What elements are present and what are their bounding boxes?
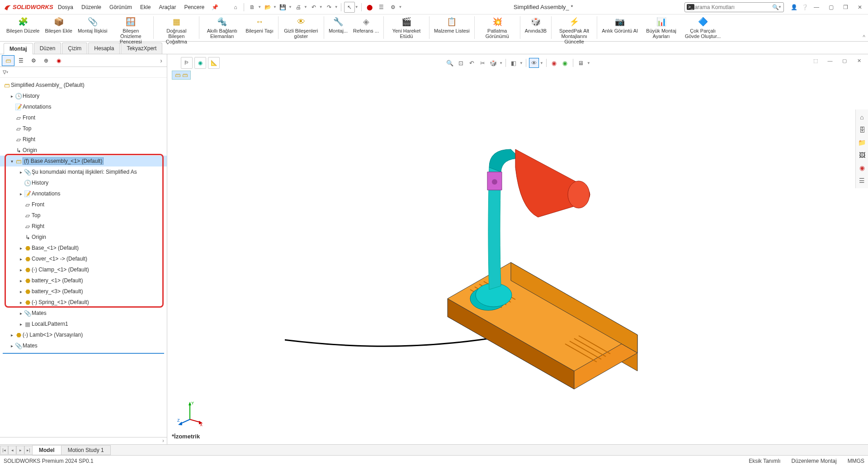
search-input[interactable] xyxy=(694,4,772,10)
pin-icon[interactable]: 📌 xyxy=(209,2,221,12)
save-icon[interactable]: 💾 xyxy=(278,2,288,13)
chevron-down-icon[interactable]: ▼ xyxy=(273,5,277,9)
tree-local-pattern[interactable]: ▸▦LocalLPattern1 xyxy=(0,319,167,329)
zoom-area-icon[interactable]: ⊡ xyxy=(456,58,466,68)
view-palette-icon[interactable]: 🖼 xyxy=(857,149,867,161)
bottom-tab-model[interactable]: Model xyxy=(32,445,61,455)
doc-float-button[interactable]: ⬚ xyxy=(809,55,822,66)
status-edit-mode[interactable]: Düzenleme Montaj xyxy=(792,458,837,464)
minimize-button[interactable]: — xyxy=(810,2,823,13)
view-settings-icon[interactable]: 🖥 xyxy=(576,58,586,68)
restore-button[interactable]: ❐ xyxy=(839,2,852,13)
options-list-icon[interactable]: ☰ xyxy=(376,2,387,13)
redo-icon[interactable]: ↷ xyxy=(324,2,335,13)
tree-front-plane[interactable]: ▱Front xyxy=(0,112,167,123)
tree-filter[interactable]: ∇▾ xyxy=(0,67,167,78)
ribbon-instant3d[interactable]: 🎲Anında3B xyxy=(522,16,549,33)
tab-assembly[interactable]: Montaj xyxy=(4,43,33,54)
tree-part-spring[interactable]: ▸⬣(-) Spring_<1> (Default) xyxy=(0,297,167,308)
menu-tools[interactable]: Araçlar xyxy=(155,2,179,12)
search-box[interactable]: >_ 🔍 ▼ xyxy=(684,2,784,12)
home-icon[interactable]: ⌂ xyxy=(230,2,241,13)
flag-icon[interactable]: 🏳 xyxy=(181,57,193,69)
ribbon-assembly-features[interactable]: 🔧Montaj... xyxy=(326,16,350,33)
appearances-pane-icon[interactable]: ◉ xyxy=(857,162,867,174)
expand-icon[interactable]: ▸ xyxy=(18,246,24,251)
tree-part-base[interactable]: ▸⬣Base_<1> (Default) xyxy=(0,243,167,253)
ribbon-reference-geometry[interactable]: ◈Referans ... xyxy=(350,16,382,33)
zoom-fit-icon[interactable]: 🔍 xyxy=(445,58,455,68)
tab-layout[interactable]: Düzen xyxy=(34,43,61,54)
assembly-icon[interactable]: 🗃 xyxy=(175,72,180,78)
chevron-down-icon[interactable]: ▼ xyxy=(778,5,782,9)
ribbon-exploded-view[interactable]: 💥Patlatma Görünümü xyxy=(476,16,518,39)
ribbon-mate[interactable]: 📎Montaj İlişkisi xyxy=(75,16,110,33)
tree-part-battery3[interactable]: ▸⬣battery_<3> (Default) xyxy=(0,286,167,297)
property-manager-tab[interactable]: ☰ xyxy=(14,55,27,66)
expand-icon[interactable]: ▸ xyxy=(18,322,24,327)
scene-icon[interactable]: ◉ xyxy=(560,58,570,68)
undo-icon[interactable]: ↶ xyxy=(308,2,319,13)
expand-icon[interactable]: ▸ xyxy=(18,289,24,294)
ribbon-speedpak[interactable]: ⚡SpeedPak Alt Montajlarını Güncelle xyxy=(553,16,595,44)
chevron-down-icon[interactable]: ▼ xyxy=(258,5,261,9)
tab-first-icon[interactable]: |◂ xyxy=(0,446,8,455)
expand-icon[interactable]: ▸ xyxy=(18,170,24,175)
menu-file[interactable]: Dosya xyxy=(54,2,77,12)
expand-icon[interactable]: ▸ xyxy=(9,333,14,338)
tree-part-lamb[interactable]: ▸⬣(-) Lamb<1> (Varsayılan) xyxy=(0,329,167,340)
status-under-defined[interactable]: Eksik Tanımlı xyxy=(749,458,780,464)
tree-part-clamp[interactable]: ▸⬣(-) Clamp_<1> (Default) xyxy=(0,264,167,275)
tree-annotations[interactable]: 📝Annotations xyxy=(0,101,167,112)
tab-last-icon[interactable]: ▸| xyxy=(24,446,33,455)
select-icon[interactable]: ↖ xyxy=(344,2,355,13)
expand-icon[interactable]: ▸ xyxy=(18,267,24,272)
tree-sub-front[interactable]: ▱Front xyxy=(0,199,167,210)
bottom-tab-motion[interactable]: Motion Study 1 xyxy=(61,445,111,455)
tree-mates-top[interactable]: ▸📎Mates xyxy=(0,340,167,351)
user-icon[interactable]: 👤 xyxy=(788,2,799,13)
measure-icon[interactable]: 📐 xyxy=(208,57,220,69)
expand-icon[interactable]: ▸ xyxy=(18,300,24,305)
tree-sub-annotations[interactable]: ▸📝Annotations xyxy=(0,188,167,199)
ribbon-insert-component[interactable]: 📦Bileşen Ekle xyxy=(42,16,75,33)
dimxpert-tab[interactable]: ⊕ xyxy=(40,55,52,66)
tree-rollback-bar[interactable] xyxy=(3,353,164,354)
tree-sub-right[interactable]: ▱Right xyxy=(0,221,167,232)
ribbon-edit-component[interactable]: 🧩Bileşen Düzele xyxy=(4,16,42,33)
rebuild-icon[interactable]: ⬤ xyxy=(364,2,375,13)
ribbon-linear-pattern[interactable]: ▦Doğrusal Bileşen Çoğaltma xyxy=(156,16,197,44)
menu-insert[interactable]: Ekle xyxy=(137,2,154,12)
expand-icon[interactable]: ▸ xyxy=(18,278,24,283)
menu-window[interactable]: Pencere xyxy=(180,2,208,12)
tree-right-plane[interactable]: ▱Right xyxy=(0,134,167,145)
status-units[interactable]: MMGS xyxy=(848,458,864,464)
orientation-triad[interactable]: Y X Z xyxy=(176,399,203,426)
tree-root[interactable]: 🗃Simplified Assembly_ (Default) xyxy=(0,80,167,90)
display-tab[interactable]: ◉ xyxy=(52,55,65,66)
new-icon[interactable]: 🗎 xyxy=(247,2,258,13)
tab-prev-icon[interactable]: ◂ xyxy=(8,446,16,455)
view-orientation-icon[interactable]: 🎲 xyxy=(488,58,498,68)
tree-sub-history[interactable]: 🕓History xyxy=(0,177,167,188)
ribbon-preview-window[interactable]: 🪟Bileşen Önizleme Penceresi xyxy=(110,16,151,44)
tree-origin[interactable]: ↳Origin xyxy=(0,145,167,156)
design-library-icon[interactable]: 🗄 xyxy=(857,124,867,136)
ribbon-snapshot[interactable]: 📷Anlık Görüntü Al xyxy=(599,16,641,33)
tree-scrollbar[interactable]: › xyxy=(0,437,167,444)
tree-sub-top[interactable]: ▱Top xyxy=(0,210,167,221)
configuration-tab[interactable]: ⚙ xyxy=(27,55,40,66)
doc-close-button[interactable]: ✕ xyxy=(853,55,865,66)
chevron-down-icon[interactable]: ▼ xyxy=(335,5,338,9)
ribbon-bom[interactable]: 📋Malzeme Listesi xyxy=(431,16,472,33)
expand-icon[interactable]: ▸ xyxy=(18,257,24,262)
ribbon-show-hidden[interactable]: 👁Gizli Bileşenleri göster xyxy=(280,16,322,39)
expand-icon[interactable]: ▸ xyxy=(9,94,14,99)
graphics-viewport[interactable]: 🏳 ◉ 📐 🗃 🗃 🔍 ⊡ ↶ ✂ 🎲 ▼ ◧ ▼ 👁 ▼ ◉ ◉ 🖥 xyxy=(167,54,868,444)
display-style-icon[interactable]: ◧ xyxy=(509,58,519,68)
tree-base-assembly[interactable]: ▾🗃(f) Base Assembly_<1> (Default) xyxy=(0,156,167,166)
ribbon-multibody[interactable]: 🔷Çok Parçalı Gövde Oluştur... xyxy=(682,16,724,39)
custom-props-icon[interactable]: ☰ xyxy=(857,175,867,186)
appearance-icon[interactable]: ◉ xyxy=(549,58,559,68)
close-button[interactable]: ✕ xyxy=(854,2,866,13)
